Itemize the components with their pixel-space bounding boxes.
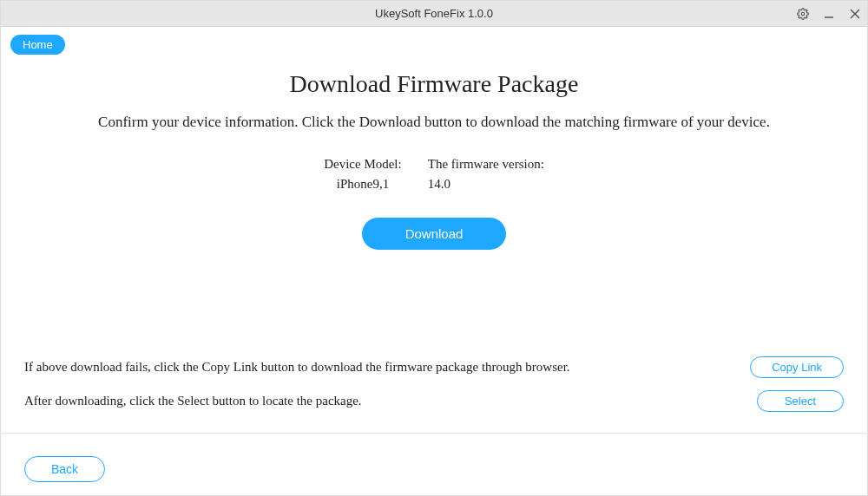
minimize-icon[interactable] (822, 7, 836, 21)
back-button[interactable]: Back (24, 456, 105, 482)
main-content: Download Firmware Package Confirm your d… (1, 27, 867, 250)
help-row-copy-link: If above download fails, click the Copy … (24, 356, 844, 378)
footer: Back (0, 442, 129, 496)
firmware-col: The firmware version: 14.0 (428, 157, 544, 192)
help-text-1: If above download fails, click the Copy … (24, 360, 570, 375)
device-model-col: Device Model: iPhone9,1 (324, 157, 402, 192)
page-subtitle: Confirm your device information. Click t… (1, 114, 867, 131)
help-section: If above download fails, click the Copy … (0, 356, 868, 434)
device-model-label: Device Model: (324, 157, 402, 172)
download-button[interactable]: Download (362, 218, 507, 250)
titlebar-controls (796, 1, 862, 27)
gear-icon[interactable] (796, 7, 810, 21)
svg-point-0 (801, 12, 805, 16)
help-row-select: After downloading, click the Select butt… (24, 390, 844, 412)
select-button[interactable]: Select (757, 390, 844, 412)
help-text-2: After downloading, click the Select butt… (24, 394, 362, 408)
titlebar: UkeySoft FoneFix 1.0.0 (1, 1, 867, 27)
firmware-label: The firmware version: (428, 157, 544, 172)
page-title: Download Firmware Package (1, 70, 867, 98)
copy-link-button[interactable]: Copy Link (750, 356, 844, 378)
app-title: UkeySoft FoneFix 1.0.0 (375, 7, 493, 20)
device-info: Device Model: iPhone9,1 The firmware ver… (1, 157, 867, 192)
close-icon[interactable] (848, 7, 862, 21)
device-model-value: iPhone9,1 (324, 177, 402, 192)
firmware-value: 14.0 (428, 177, 544, 192)
home-button[interactable]: Home (10, 35, 65, 55)
